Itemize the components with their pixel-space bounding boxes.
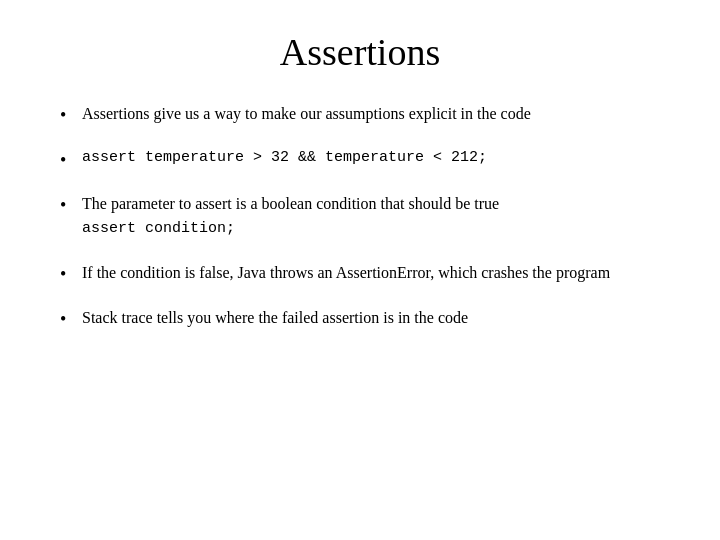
bullet-code: assert temperature > 32 && temperature <… [82, 147, 487, 170]
slide: Assertions • Assertions give us a way to… [0, 0, 720, 540]
bullet-text: The parameter to assert is a boolean con… [82, 192, 499, 216]
bullet-dot: • [60, 147, 82, 174]
bullet-text: Stack trace tells you where the failed a… [82, 306, 468, 330]
bullet-dot: • [60, 102, 82, 129]
bullet-mixed: The parameter to assert is a boolean con… [82, 192, 499, 243]
list-item: • The parameter to assert is a boolean c… [60, 192, 660, 243]
bullet-dot: • [60, 306, 82, 333]
list-item: • Assertions give us a way to make our a… [60, 102, 660, 129]
bullet-dot: • [60, 192, 82, 219]
bullet-dot: • [60, 261, 82, 288]
bullet-text: If the condition is false, Java throws a… [82, 261, 610, 285]
list-item: • assert temperature > 32 && temperature… [60, 147, 660, 174]
slide-title: Assertions [60, 30, 660, 74]
bullet-code: assert condition; [82, 218, 499, 241]
bullet-text: Assertions give us a way to make our ass… [82, 102, 531, 126]
list-item: • If the condition is false, Java throws… [60, 261, 660, 288]
list-item: • Stack trace tells you where the failed… [60, 306, 660, 333]
bullet-list: • Assertions give us a way to make our a… [60, 102, 660, 351]
